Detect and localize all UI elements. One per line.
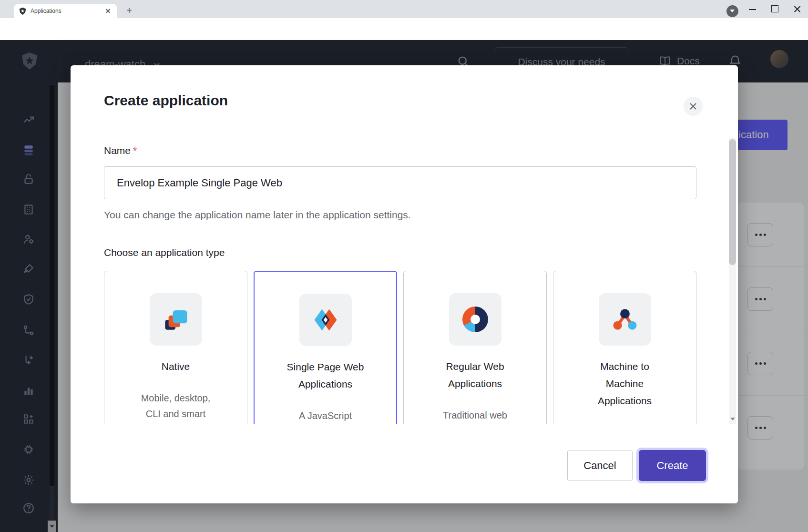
tab-strip: Applications [0,0,808,18]
required-asterisk: * [133,145,137,156]
card-description: A JavaScript [255,408,396,424]
new-tab-button[interactable] [123,5,135,17]
card-title: Regular Web Applications [404,358,546,392]
native-icon-tile [150,293,202,346]
card-description: Traditional web [404,408,546,423]
window-maximize-button[interactable] [764,0,786,16]
tab-search-chevron-icon[interactable] [726,5,738,17]
window-minimize-button[interactable] [742,0,764,16]
dialog-title: Create application [104,92,228,109]
application-type-cards: Native Mobile, desktop, CLI and smart [104,271,696,424]
create-button[interactable]: Create [639,450,706,481]
card-title: Native [104,358,247,375]
name-field-label: Name* [104,145,137,156]
dialog-close-button[interactable] [684,97,703,116]
card-description: Mobile, desktop, CLI and smart [104,390,247,422]
regular-web-icon-tile [449,293,501,346]
application-type-label: Choose an application type [104,247,225,258]
name-help-text: You can change the application name late… [104,209,411,221]
browser-toolbar: manage.auth0.com/dashboard/eu/dream-watc… [0,18,808,40]
dialog-scrollbar-down-icon[interactable] [730,416,736,422]
browser-tab-applications[interactable]: Applications [14,4,117,18]
machine-to-machine-icon [611,306,639,333]
card-title: Machine to Machine Applications [553,358,696,409]
app-type-card-machine-to-machine[interactable]: Machine to Machine Applications [553,271,696,424]
m2m-icon-tile [599,293,651,346]
dialog-footer: Cancel Create [71,424,738,503]
close-icon [688,102,698,111]
dialog-body: Create application Name* You can change … [71,65,738,424]
tab-close-icon[interactable] [104,7,113,15]
regular-web-icon [462,307,488,332]
auth0-dashboard-page: dream-watch Discuss your needs Docs [0,40,808,532]
application-name-input[interactable] [104,166,696,199]
auth0-favicon-icon [19,7,27,15]
native-icon [162,306,190,333]
cancel-button[interactable]: Cancel [567,450,633,481]
app-type-card-single-page-web[interactable]: Single Page Web Applications A JavaScrip… [254,271,397,424]
dialog-scrollbar-thumb[interactable] [729,139,736,265]
card-title: Single Page Web Applications [255,358,396,393]
single-page-app-icon [311,306,340,334]
app-type-card-native[interactable]: Native Mobile, desktop, CLI and smart [104,271,247,424]
create-application-dialog: Create application Name* You can change … [71,65,738,503]
app-type-card-regular-web[interactable]: Regular Web Applications Traditional web [403,271,547,424]
spa-icon-tile [299,294,352,346]
tab-title: Applications [31,8,104,14]
window-close-button[interactable] [786,0,808,16]
browser-window: Applications manage.auth0.com/dashboard/… [0,0,808,532]
